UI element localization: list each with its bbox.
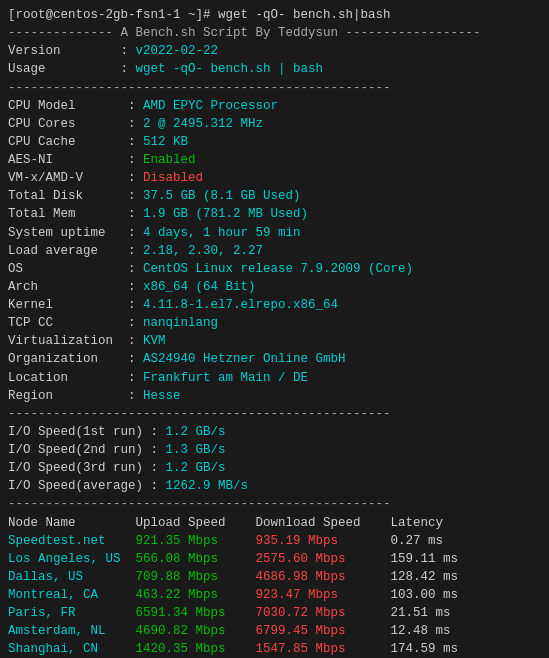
sysinfo-row: CPU Cache : 512 KB — [8, 133, 541, 151]
network-row: Los Angeles, US 566.08 Mbps 2575.60 Mbps… — [8, 550, 541, 568]
sysinfo-row: System uptime : 4 days, 1 hour 59 min — [8, 224, 541, 242]
title-divider: -------------- A Bench.sh Script By Tedd… — [8, 24, 541, 42]
sysinfo-row: Location : Frankfurt am Main / DE — [8, 369, 541, 387]
sysinfo-block: CPU Model : AMD EPYC ProcessorCPU Cores … — [8, 97, 541, 405]
sysinfo-row: Organization : AS24940 Hetzner Online Gm… — [8, 350, 541, 368]
network-row: Dallas, US 709.88 Mbps 4686.98 Mbps 128.… — [8, 568, 541, 586]
sysinfo-row: AES-NI : Enabled — [8, 151, 541, 169]
sysinfo-row: Region : Hesse — [8, 387, 541, 405]
sysinfo-row: Total Mem : 1.9 GB (781.2 MB Used) — [8, 205, 541, 223]
network-row: Speedtest.net 921.35 Mbps 935.19 Mbps 0.… — [8, 532, 541, 550]
command-line: [root@centos-2gb-fsn1-1 ~]# wget -qO- be… — [8, 6, 541, 24]
network-header: Node Name Upload Speed Download Speed La… — [8, 514, 541, 532]
sysinfo-row: Kernel : 4.11.8-1.el7.elrepo.x86_64 — [8, 296, 541, 314]
divider-4: ----------------------------------------… — [8, 495, 541, 513]
io-row: I/O Speed(3rd run) : 1.2 GB/s — [8, 459, 541, 477]
sysinfo-row: VM-x/AMD-V : Disabled — [8, 169, 541, 187]
sysinfo-row: CPU Cores : 2 @ 2495.312 MHz — [8, 115, 541, 133]
divider-3: ----------------------------------------… — [8, 405, 541, 423]
io-row: I/O Speed(2nd run) : 1.3 GB/s — [8, 441, 541, 459]
usage-line: Usage : wget -qO- bench.sh | bash — [8, 60, 541, 78]
sysinfo-row: Total Disk : 37.5 GB (8.1 GB Used) — [8, 187, 541, 205]
io-block: I/O Speed(1st run) : 1.2 GB/sI/O Speed(2… — [8, 423, 541, 496]
network-row: Montreal, CA 463.22 Mbps 923.47 Mbps 103… — [8, 586, 541, 604]
sysinfo-row: Arch : x86_64 (64 Bit) — [8, 278, 541, 296]
sysinfo-row: Load average : 2.18, 2.30, 2.27 — [8, 242, 541, 260]
sysinfo-row: TCP CC : nanqinlang — [8, 314, 541, 332]
version-line: Version : v2022-02-22 — [8, 42, 541, 60]
divider-2: ----------------------------------------… — [8, 79, 541, 97]
sysinfo-row: Virtualization : KVM — [8, 332, 541, 350]
terminal-window: [root@centos-2gb-fsn1-1 ~]# wget -qO- be… — [8, 6, 541, 658]
network-row: Paris, FR 6591.34 Mbps 7030.72 Mbps 21.5… — [8, 604, 541, 622]
sysinfo-row: OS : CentOS Linux release 7.9.2009 (Core… — [8, 260, 541, 278]
network-row: Shanghai, CN 1420.35 Mbps 1547.85 Mbps 1… — [8, 640, 541, 658]
io-row: I/O Speed(1st run) : 1.2 GB/s — [8, 423, 541, 441]
network-row: Amsterdam, NL 4690.82 Mbps 6799.45 Mbps … — [8, 622, 541, 640]
sysinfo-row: CPU Model : AMD EPYC Processor — [8, 97, 541, 115]
network-block: Node Name Upload Speed Download Speed La… — [8, 514, 541, 659]
io-row: I/O Speed(average) : 1262.9 MB/s — [8, 477, 541, 495]
